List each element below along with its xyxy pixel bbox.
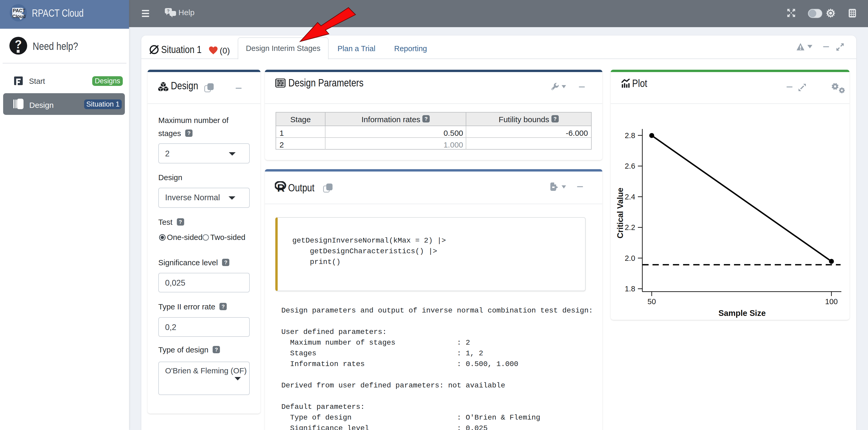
svg-text:50: 50 xyxy=(648,297,656,306)
svg-text:2.2: 2.2 xyxy=(625,223,635,232)
svg-text:?: ? xyxy=(167,9,169,13)
svg-text:R: R xyxy=(277,182,285,192)
svg-text:1.8: 1.8 xyxy=(625,285,635,293)
svg-text:?: ? xyxy=(15,38,22,51)
svg-text:PACT: PACT xyxy=(13,8,25,13)
svg-text:Cloud: Cloud xyxy=(12,14,26,19)
svg-text:100: 100 xyxy=(825,297,838,306)
svg-text:2.0: 2.0 xyxy=(625,254,635,262)
svg-text:Sample Size: Sample Size xyxy=(719,308,766,318)
svg-text:2.4: 2.4 xyxy=(625,193,635,201)
svg-text:2.8: 2.8 xyxy=(625,131,635,140)
svg-text:Critical Value: Critical Value xyxy=(616,188,625,239)
svg-text:2.6: 2.6 xyxy=(625,162,635,170)
